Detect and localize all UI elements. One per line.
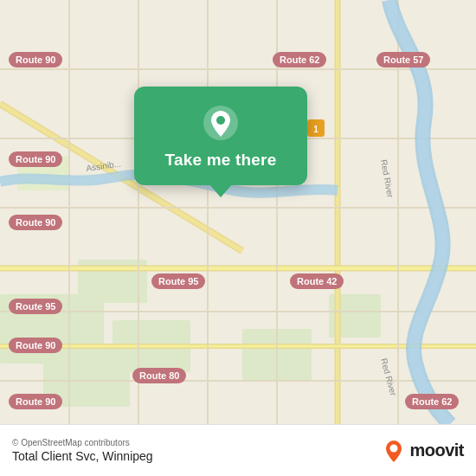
- location-pin-icon: [202, 104, 240, 142]
- moovit-text: moovit: [409, 441, 464, 460]
- map-view[interactable]: 1 Assinib... Red River Red River Route 9…: [0, 0, 476, 424]
- route-badge-90-mid2[interactable]: Route 90: [9, 215, 62, 230]
- route-badge-80[interactable]: Route 80: [132, 368, 186, 383]
- route-badge-90-lower[interactable]: Route 90: [9, 338, 62, 353]
- svg-text:1: 1: [313, 125, 318, 134]
- svg-point-33: [390, 444, 398, 452]
- popup-label: Take me there: [165, 151, 277, 170]
- route-badge-95-bottom[interactable]: Route 95: [151, 273, 205, 289]
- svg-point-32: [216, 116, 225, 125]
- route-badge-62-bottom[interactable]: Route 62: [405, 394, 459, 409]
- moovit-logo: moovit: [382, 439, 464, 463]
- route-badge-90-top[interactable]: Route 90: [9, 52, 62, 68]
- bottom-bar: © OpenStreetMap contributors Total Clien…: [0, 424, 476, 476]
- map-attribution: © OpenStreetMap contributors: [12, 438, 153, 447]
- route-badge-90-bottom[interactable]: Route 90: [9, 394, 62, 409]
- place-info: © OpenStreetMap contributors Total Clien…: [12, 438, 153, 463]
- route-badge-42[interactable]: Route 42: [290, 273, 344, 289]
- route-badge-95-left[interactable]: Route 95: [9, 299, 62, 314]
- route-badge-57[interactable]: Route 57: [376, 52, 430, 68]
- location-popup[interactable]: Take me there: [134, 87, 307, 185]
- place-name: Total Client Svc, Winnipeg: [12, 449, 153, 463]
- route-badge-90-mid[interactable]: Route 90: [9, 151, 62, 167]
- route-badge-62-top[interactable]: Route 62: [273, 52, 326, 68]
- moovit-pin-icon: [382, 439, 406, 463]
